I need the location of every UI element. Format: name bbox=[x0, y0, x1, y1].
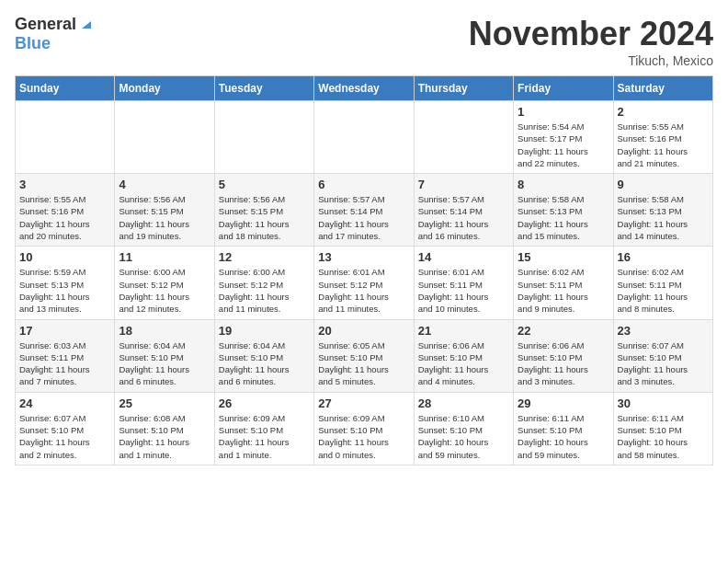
day-number: 29 bbox=[518, 396, 609, 410]
day-info: Sunrise: 5:55 AMSunset: 5:16 PMDaylight:… bbox=[618, 121, 709, 169]
day-number: 25 bbox=[119, 396, 210, 410]
day-number: 4 bbox=[119, 178, 210, 191]
day-header-thursday: Thursday bbox=[414, 76, 513, 101]
day-info: Sunrise: 5:58 AMSunset: 5:13 PMDaylight:… bbox=[618, 193, 709, 242]
day-number: 7 bbox=[418, 178, 509, 191]
day-number: 1 bbox=[518, 105, 609, 119]
calendar-week-row: 10Sunrise: 5:59 AMSunset: 5:13 PMDayligh… bbox=[16, 247, 713, 319]
calendar-week-row: 17Sunrise: 6:03 AMSunset: 5:11 PMDayligh… bbox=[16, 319, 713, 392]
calendar-cell: 20Sunrise: 6:05 AMSunset: 5:10 PMDayligh… bbox=[314, 319, 414, 392]
day-number: 16 bbox=[618, 250, 709, 264]
calendar-cell: 2Sunrise: 5:55 AMSunset: 5:16 PMDaylight… bbox=[613, 101, 712, 174]
day-number: 28 bbox=[418, 396, 509, 410]
day-number: 5 bbox=[219, 178, 310, 191]
day-number: 8 bbox=[518, 178, 609, 191]
calendar-cell: 21Sunrise: 6:06 AMSunset: 5:10 PMDayligh… bbox=[414, 319, 513, 392]
day-number: 11 bbox=[119, 250, 210, 264]
logo-blue: Blue bbox=[15, 34, 51, 52]
day-info: Sunrise: 6:07 AMSunset: 5:10 PMDaylight:… bbox=[19, 412, 110, 461]
day-info: Sunrise: 6:06 AMSunset: 5:10 PMDaylight:… bbox=[418, 339, 509, 388]
day-info: Sunrise: 5:57 AMSunset: 5:14 PMDaylight:… bbox=[418, 193, 509, 242]
calendar-cell: 24Sunrise: 6:07 AMSunset: 5:10 PMDayligh… bbox=[16, 392, 115, 465]
svg-marker-0 bbox=[82, 21, 91, 29]
day-header-wednesday: Wednesday bbox=[314, 76, 414, 101]
day-number: 22 bbox=[518, 324, 609, 338]
calendar-cell: 12Sunrise: 6:00 AMSunset: 5:12 PMDayligh… bbox=[214, 247, 313, 319]
day-header-tuesday: Tuesday bbox=[214, 76, 313, 101]
day-info: Sunrise: 6:01 AMSunset: 5:12 PMDaylight:… bbox=[318, 266, 409, 315]
calendar-cell: 6Sunrise: 5:57 AMSunset: 5:14 PMDaylight… bbox=[314, 174, 414, 247]
calendar-week-row: 1Sunrise: 5:54 AMSunset: 5:17 PMDaylight… bbox=[16, 101, 713, 174]
day-info: Sunrise: 6:08 AMSunset: 5:10 PMDaylight:… bbox=[119, 412, 210, 461]
day-number: 14 bbox=[418, 250, 509, 264]
day-number: 23 bbox=[618, 324, 709, 338]
day-info: Sunrise: 6:10 AMSunset: 5:10 PMDaylight:… bbox=[418, 412, 509, 461]
calendar-cell: 19Sunrise: 6:04 AMSunset: 5:10 PMDayligh… bbox=[214, 319, 313, 392]
day-number: 12 bbox=[219, 250, 310, 264]
day-header-saturday: Saturday bbox=[613, 76, 712, 101]
day-header-monday: Monday bbox=[115, 76, 214, 101]
day-number: 18 bbox=[119, 324, 210, 338]
day-number: 9 bbox=[618, 178, 709, 191]
calendar-cell: 7Sunrise: 5:57 AMSunset: 5:14 PMDaylight… bbox=[414, 174, 513, 247]
calendar-week-row: 24Sunrise: 6:07 AMSunset: 5:10 PMDayligh… bbox=[16, 392, 713, 465]
day-header-friday: Friday bbox=[514, 76, 613, 101]
calendar-cell bbox=[214, 101, 313, 174]
title-area: November 2024 Tikuch, Mexico bbox=[469, 15, 713, 68]
day-info: Sunrise: 6:06 AMSunset: 5:10 PMDaylight:… bbox=[518, 339, 609, 388]
calendar-cell: 14Sunrise: 6:01 AMSunset: 5:11 PMDayligh… bbox=[414, 247, 513, 319]
day-info: Sunrise: 6:02 AMSunset: 5:11 PMDaylight:… bbox=[618, 266, 709, 315]
day-info: Sunrise: 6:02 AMSunset: 5:11 PMDaylight:… bbox=[518, 266, 609, 315]
day-info: Sunrise: 5:59 AMSunset: 5:13 PMDaylight:… bbox=[19, 266, 110, 315]
calendar-cell: 15Sunrise: 6:02 AMSunset: 5:11 PMDayligh… bbox=[514, 247, 613, 319]
day-info: Sunrise: 5:54 AMSunset: 5:17 PMDaylight:… bbox=[518, 121, 609, 169]
day-info: Sunrise: 6:01 AMSunset: 5:11 PMDaylight:… bbox=[418, 266, 509, 315]
day-number: 17 bbox=[19, 324, 110, 338]
calendar-cell: 16Sunrise: 6:02 AMSunset: 5:11 PMDayligh… bbox=[613, 247, 712, 319]
calendar-cell: 22Sunrise: 6:06 AMSunset: 5:10 PMDayligh… bbox=[514, 319, 613, 392]
calendar-cell: 18Sunrise: 6:04 AMSunset: 5:10 PMDayligh… bbox=[115, 319, 214, 392]
calendar-cell: 25Sunrise: 6:08 AMSunset: 5:10 PMDayligh… bbox=[115, 392, 214, 465]
day-number: 27 bbox=[318, 396, 409, 410]
day-number: 19 bbox=[219, 324, 310, 338]
day-number: 6 bbox=[318, 178, 409, 191]
calendar-cell: 23Sunrise: 6:07 AMSunset: 5:10 PMDayligh… bbox=[613, 319, 712, 392]
day-info: Sunrise: 6:09 AMSunset: 5:10 PMDaylight:… bbox=[318, 412, 409, 461]
calendar-cell: 9Sunrise: 5:58 AMSunset: 5:13 PMDaylight… bbox=[613, 174, 712, 247]
day-info: Sunrise: 6:05 AMSunset: 5:10 PMDaylight:… bbox=[318, 339, 409, 388]
day-number: 20 bbox=[318, 324, 409, 338]
day-number: 15 bbox=[518, 250, 609, 264]
calendar-cell: 30Sunrise: 6:11 AMSunset: 5:10 PMDayligh… bbox=[613, 392, 712, 465]
day-number: 3 bbox=[19, 178, 110, 191]
calendar-cell: 13Sunrise: 6:01 AMSunset: 5:12 PMDayligh… bbox=[314, 247, 414, 319]
month-title: November 2024 bbox=[469, 15, 713, 53]
day-header-sunday: Sunday bbox=[16, 76, 115, 101]
calendar-cell: 27Sunrise: 6:09 AMSunset: 5:10 PMDayligh… bbox=[314, 392, 414, 465]
calendar-cell: 1Sunrise: 5:54 AMSunset: 5:17 PMDaylight… bbox=[514, 101, 613, 174]
calendar-table: SundayMondayTuesdayWednesdayThursdayFrid… bbox=[15, 75, 713, 465]
day-info: Sunrise: 6:00 AMSunset: 5:12 PMDaylight:… bbox=[219, 266, 310, 315]
day-number: 30 bbox=[618, 396, 709, 410]
calendar-cell: 28Sunrise: 6:10 AMSunset: 5:10 PMDayligh… bbox=[414, 392, 513, 465]
day-number: 10 bbox=[19, 250, 110, 264]
logo-triangle-icon bbox=[78, 16, 93, 30]
calendar-cell: 26Sunrise: 6:09 AMSunset: 5:10 PMDayligh… bbox=[214, 392, 313, 465]
day-number: 24 bbox=[19, 396, 110, 410]
day-number: 13 bbox=[318, 250, 409, 264]
day-info: Sunrise: 6:09 AMSunset: 5:10 PMDaylight:… bbox=[219, 412, 310, 461]
day-info: Sunrise: 5:58 AMSunset: 5:13 PMDaylight:… bbox=[518, 193, 609, 242]
day-number: 21 bbox=[418, 324, 509, 338]
calendar-week-row: 3Sunrise: 5:55 AMSunset: 5:16 PMDaylight… bbox=[16, 174, 713, 247]
day-info: Sunrise: 5:57 AMSunset: 5:14 PMDaylight:… bbox=[318, 193, 409, 242]
day-info: Sunrise: 6:00 AMSunset: 5:12 PMDaylight:… bbox=[119, 266, 210, 315]
calendar-cell: 17Sunrise: 6:03 AMSunset: 5:11 PMDayligh… bbox=[16, 319, 115, 392]
day-number: 26 bbox=[219, 396, 310, 410]
day-number: 2 bbox=[618, 105, 709, 119]
logo-general: General bbox=[15, 15, 76, 34]
calendar-cell: 5Sunrise: 5:56 AMSunset: 5:15 PMDaylight… bbox=[214, 174, 313, 247]
calendar-cell bbox=[115, 101, 214, 174]
day-info: Sunrise: 6:11 AMSunset: 5:10 PMDaylight:… bbox=[618, 412, 709, 461]
calendar-cell: 10Sunrise: 5:59 AMSunset: 5:13 PMDayligh… bbox=[16, 247, 115, 319]
calendar-cell bbox=[16, 101, 115, 174]
location-title: Tikuch, Mexico bbox=[469, 53, 713, 68]
